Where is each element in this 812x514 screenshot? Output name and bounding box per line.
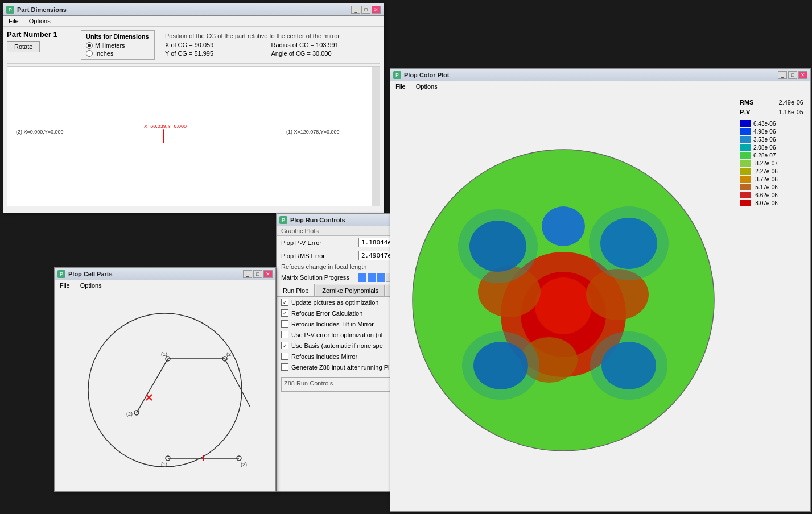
plop-color-menubar: File Options [390, 81, 810, 92]
cg-values: X of CG = 90.059 Radius of CG = 103.991 … [165, 42, 376, 57]
maximize-button[interactable]: □ [361, 6, 370, 14]
cb-refocus-includes-mirror-label: Refocus Includes Mirror [291, 353, 357, 360]
minimize-color[interactable]: _ [778, 71, 787, 79]
legend-value-1: 4.98e-06 [753, 128, 776, 135]
tab-run-plop[interactable]: Run Plop [277, 284, 315, 296]
svg-point-41 [458, 209, 538, 283]
legend-value-3: 2.08e-06 [753, 144, 776, 151]
color-options-menu[interactable]: Options [414, 82, 440, 90]
close-button[interactable]: ✕ [372, 6, 381, 14]
circle-diagram: (1) (2) (2) (1) (1) [80, 305, 250, 475]
svg-line-8 [225, 359, 250, 413]
legend-color-0 [740, 120, 751, 127]
legend-item-6: -2.27e-06 [740, 168, 803, 175]
close-cell[interactable]: ✕ [263, 270, 273, 278]
part-dimensions-icon: P [6, 6, 14, 14]
angle-cg-value: Angle of CG = 30.000 [271, 50, 376, 57]
cb-update-pictures-label: Update pictures as optimization [291, 299, 378, 306]
cell-parts-content: (1) (2) (2) (1) (1) [55, 291, 275, 488]
maximize-cell[interactable]: □ [253, 270, 262, 278]
legend-color-2 [740, 136, 751, 143]
mirror-drawing-area: (2) X=0.000,Y=0.000 X=60.039,Y=0.000 (1)… [7, 66, 380, 206]
cb-pv-error-box[interactable] [281, 331, 288, 338]
cb-pv-error-label: Use P-V error for optimization (al [291, 331, 382, 338]
inches-radio-row[interactable]: Inches [86, 50, 150, 57]
cb-refocus-error-box[interactable] [281, 309, 288, 317]
legend-value-8: -5.17e-06 [753, 184, 778, 190]
legend-value-10: -8.07e-06 [753, 200, 778, 206]
legend-color-9 [740, 192, 751, 198]
cb-refocus-tilt-box[interactable] [281, 320, 288, 328]
plop-color-title: Plop Color Plot [404, 72, 777, 78]
legend-item-10: -8.07e-06 [740, 200, 803, 206]
cb-use-basis-box[interactable] [281, 342, 288, 349]
pv-stat-value: 1.18e-05 [779, 109, 803, 115]
svg-point-5 [88, 313, 242, 467]
legend-item-1: 4.98e-06 [740, 128, 803, 135]
legend-item-8: -5.17e-06 [740, 184, 803, 190]
scrollbar-vertical[interactable] [372, 67, 380, 206]
plop-cell-parts-window: P Plop Cell Parts _ □ ✕ File Options [54, 267, 276, 492]
cell-options-menu[interactable]: Options [78, 281, 104, 289]
matrix-progress-label: Matrix Solution Progress [281, 274, 355, 281]
file-menu[interactable]: File [6, 17, 21, 25]
legend-area: RMS 2.49e-06 P-V 1.18e-05 6.43e-06 4.98e… [737, 97, 806, 504]
cb-update-pictures-box[interactable] [281, 299, 288, 306]
legend-item-3: 2.08e-06 [740, 144, 803, 151]
legend-value-2: 3.53e-06 [753, 136, 776, 143]
pv-stat-label: P-V [740, 109, 750, 115]
svg-text:(2): (2) [241, 462, 247, 467]
close-color[interactable]: ✕ [798, 71, 807, 79]
cell-file-menu[interactable]: File [57, 281, 72, 289]
svg-text:(1): (1) [161, 351, 167, 357]
mirror-svg: (2) X=0.000,Y=0.000 X=60.039,Y=0.000 (1)… [7, 67, 380, 206]
plop-color-plot-titlebar: P Plop Color Plot _ □ ✕ [390, 69, 810, 81]
millimeters-radio[interactable] [86, 42, 93, 49]
svg-text:(1): (1) [161, 462, 167, 467]
svg-point-44 [590, 331, 667, 400]
svg-point-32 [535, 277, 592, 334]
minimize-cell[interactable]: _ [243, 270, 252, 278]
minimize-button[interactable]: _ [351, 6, 360, 14]
tab-zernike[interactable]: Zernike Polynomials [316, 285, 385, 296]
svg-text:X=60.039,Y=0.000: X=60.039,Y=0.000 [144, 123, 187, 129]
part-dimensions-window: P Part Dimensions _ □ ✕ File Options Par… [3, 3, 384, 213]
plop-cell-icon: P [57, 270, 65, 278]
color-plot-content: RMS 2.49e-06 P-V 1.18e-05 6.43e-06 4.98e… [390, 92, 810, 508]
legend-item-2: 3.53e-06 [740, 136, 803, 143]
rms-stat-label: RMS [740, 99, 753, 106]
svg-text:(2) X=0.000,Y=0.000: (2) X=0.000,Y=0.000 [16, 129, 64, 135]
maximize-color[interactable]: □ [788, 71, 797, 79]
rms-error-label: Plop RMS Error [281, 252, 355, 259]
cb-use-basis-label: Use Basis (automatic if none spe [291, 342, 383, 349]
y-cg-value: Y of CG = 51.995 [165, 50, 270, 57]
cb-refocus-error-label: Refocus Error Calculation [291, 310, 362, 317]
svg-text:(2): (2) [126, 411, 133, 417]
options-menu[interactable]: Options [27, 17, 53, 25]
color-file-menu[interactable]: File [393, 82, 408, 90]
inches-radio[interactable] [86, 50, 93, 57]
plop-run-icon: P [279, 216, 287, 224]
legend-color-1 [740, 128, 751, 135]
svg-text:(1) X=120.078,Y=0.000: (1) X=120.078,Y=0.000 [286, 129, 340, 135]
legend-item-9: -6.62e-06 [740, 192, 803, 198]
legend-item-5: -8.22e-07 [740, 160, 803, 167]
svg-point-43 [462, 331, 539, 400]
rotate-button[interactable]: Rotate [7, 41, 40, 52]
legend-value-9: -6.62e-06 [753, 192, 778, 198]
legend-item-4: 6.28e-07 [740, 152, 803, 159]
x-cg-value: X of CG = 90.059 [165, 42, 270, 48]
units-title: Units for Dimensions [86, 33, 150, 40]
plop-cell-menubar: File Options [55, 280, 275, 291]
plop-cell-title: Plop Cell Parts [68, 271, 242, 277]
legend-value-7: -3.72e-06 [753, 176, 778, 183]
cb-refocus-includes-mirror-box[interactable] [281, 353, 288, 360]
legend-item-7: -3.72e-06 [740, 176, 803, 183]
legend-value-6: -2.27e-06 [753, 168, 778, 175]
svg-point-40 [542, 206, 585, 246]
cb-generate-z88-box[interactable] [281, 363, 288, 371]
color-plot-svg [407, 144, 720, 457]
part-dimensions-content: Part Number 1 Rotate Units for Dimension… [3, 27, 384, 210]
legend-color-7 [740, 176, 751, 183]
millimeters-radio-row[interactable]: Millimeters [86, 42, 150, 49]
